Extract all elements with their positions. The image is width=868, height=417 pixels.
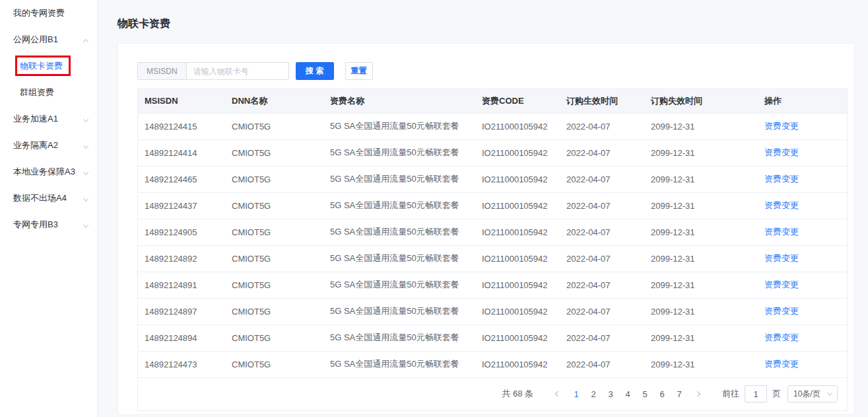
sidebar-item-公网公用B1[interactable]: 公网公用B1 [0,26,97,53]
column-header: 资费名称 [323,89,475,113]
tariff-table: MSISDNDNN名称资费名称资费CODE订购生效时间订购失效时间操作 1489… [138,89,847,378]
table-row: 14892124891CMIOT5G5G SA全国通用流量50元畅联套餐IO21… [138,272,847,298]
table-cell: 5G SA全国通用流量50元畅联套餐 [323,324,475,351]
table-cell: 2022-04-07 [560,245,644,272]
tariff-change-link[interactable]: 资费变更 [764,359,799,369]
page-size-select[interactable]: 10条/页 [787,385,838,402]
table-cell: 5G SA全国通用流量50元畅联套餐 [323,192,475,219]
chevron-down-icon [827,390,832,395]
tariff-change-link[interactable]: 资费变更 [764,200,799,210]
table-cell: 2022-04-07 [560,166,644,192]
chevron-down-icon [84,220,88,230]
table-cell: 14892124891 [138,272,225,298]
reset-button[interactable]: 重置 [345,62,373,80]
sidebar: 我的专网资费公网公用B1物联卡资费群组资费业务加速A1业务隔离A2本地业务保障A… [0,0,98,417]
tariff-change-link[interactable]: 资费变更 [764,227,799,237]
page-number-2[interactable]: 2 [585,389,602,399]
tariff-change-link[interactable]: 资费变更 [764,174,799,184]
table-cell: CMIOT5G [225,245,323,272]
table-cell: IO211000105942 [475,166,560,192]
search-button[interactable]: 搜索 [296,62,334,80]
page-number-7[interactable]: 7 [671,389,688,399]
chevron-down-icon [84,194,88,204]
sidebar-item-我的专网资费[interactable]: 我的专网资费 [0,0,97,26]
table-cell: 5G SA全国通用流量50元畅联套餐 [323,272,475,298]
sidebar-item-label: 本地业务保障A3 [13,166,75,178]
sidebar-item-label: 业务加速A1 [13,113,58,125]
table-cell: 2022-04-07 [560,139,644,166]
table-cell: 5G SA全国通用流量50元畅联套餐 [323,219,475,245]
goto-label: 前往 [722,388,739,400]
column-header: 订购失效时间 [644,89,758,113]
table-cell: 2099-12-31 [644,219,758,245]
table-cell: 5G SA全国通用流量50元畅联套餐 [323,298,475,324]
sidebar-item-数据不出场A4[interactable]: 数据不出场A4 [0,185,97,211]
page-number-5[interactable]: 5 [636,389,653,399]
table-cell-action: 资费变更 [758,245,847,272]
page-number-6[interactable]: 6 [653,389,671,399]
table-cell-action: 资费变更 [758,219,847,245]
table-cell: CMIOT5G [225,219,323,245]
tariff-change-link[interactable]: 资费变更 [764,121,799,131]
table-cell: IO211000105942 [475,139,560,166]
sidebar-item-业务隔离A2[interactable]: 业务隔离A2 [0,132,97,159]
app-root: 我的专网资费公网公用B1物联卡资费群组资费业务加速A1业务隔离A2本地业务保障A… [0,0,868,417]
page-number-3[interactable]: 3 [602,389,619,399]
sidebar-menu: 我的专网资费公网公用B1物联卡资费群组资费业务加速A1业务隔离A2本地业务保障A… [0,0,97,238]
page-number-4[interactable]: 4 [619,389,636,399]
msisdn-input-group: MSISDN [137,62,289,80]
table-cell: 2099-12-31 [644,351,758,377]
table-cell: IO211000105942 [475,351,560,377]
sidebar-item-label: 专网专用B3 [13,219,58,231]
next-page-button[interactable] [696,392,700,396]
content-card: MSISDN 搜索 重置 MSISDNDNN名称资费名称资费CODE订购生效时间… [117,43,855,415]
table-cell: CMIOT5G [225,113,323,139]
table-cell: IO211000105942 [475,192,560,219]
sidebar-item-专网专用B3[interactable]: 专网专用B3 [0,211,97,238]
table-cell-action: 资费变更 [758,166,847,192]
pagination-total: 共 68 条 [502,388,533,400]
tariff-change-link[interactable]: 资费变更 [764,253,799,263]
table-cell: 14892124894 [138,324,225,351]
msisdn-input[interactable] [186,62,289,80]
sidebar-item-label: 群组资费 [20,87,54,98]
table-cell: 14892124892 [138,245,225,272]
sidebar-item-label: 公网公用B1 [13,34,58,46]
table-cell: 5G SA全国通用流量50元畅联套餐 [323,245,475,272]
table-cell: IO211000105942 [475,272,560,298]
tariff-change-link[interactable]: 资费变更 [764,306,799,316]
chevron-left-icon [555,391,560,397]
column-header: MSISDN [138,89,225,113]
table-row: 14892124905CMIOT5G5G SA全国通用流量50元畅联套餐IO21… [138,219,847,245]
table-cell: IO211000105942 [475,324,560,351]
page-number-list: 1234567 [568,389,688,399]
table-cell: 2099-12-31 [644,139,758,166]
sidebar-item-业务加速A1[interactable]: 业务加速A1 [0,106,97,132]
table-cell: CMIOT5G [225,324,323,351]
table-cell-action: 资费变更 [758,192,847,219]
page-number-1[interactable]: 1 [568,389,585,399]
page-title: 物联卡资费 [117,17,855,31]
tariff-change-link[interactable]: 资费变更 [764,332,799,342]
prev-page-button[interactable] [556,392,560,396]
table-cell-action: 资费变更 [758,324,847,351]
table-cell: 14892124414 [138,139,225,166]
goto-page-input[interactable] [745,385,767,402]
page-size-value: 10条/页 [793,389,820,400]
column-header: 资费CODE [475,89,560,113]
column-header: DNN名称 [225,89,323,113]
tariff-change-link[interactable]: 资费变更 [764,147,799,157]
table-cell: IO211000105942 [475,113,560,139]
msisdn-field-label: MSISDN [137,62,186,80]
table-cell: CMIOT5G [225,166,323,192]
sidebar-item-本地业务保障A3[interactable]: 本地业务保障A3 [0,159,97,185]
table-cell-action: 资费变更 [758,272,847,298]
table-cell: 5G SA全国通用流量50元畅联套餐 [323,351,475,377]
table-cell: 14892124905 [138,219,225,245]
sidebar-item-群组资费[interactable]: 群组资费 [0,79,97,106]
table-cell: IO211000105942 [475,245,560,272]
table-cell-action: 资费变更 [758,351,847,377]
tariff-change-link[interactable]: 资费变更 [764,280,799,289]
sidebar-item-物联卡资费[interactable]: 物联卡资费 [0,53,97,79]
chevron-down-icon [84,141,88,151]
